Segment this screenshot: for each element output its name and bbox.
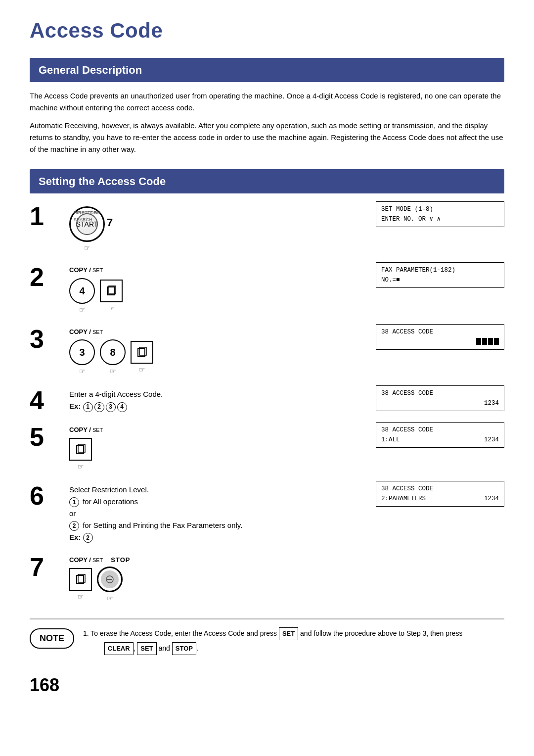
- general-description-header: General Description: [30, 58, 504, 82]
- step-1-number: 1: [30, 201, 64, 229]
- finger-icon-3b: ☞: [110, 366, 116, 377]
- step5-copy-btn[interactable]: [69, 438, 92, 461]
- note-clear-btn: CLEAR: [104, 642, 134, 655]
- step2-4-wrapper: 4 ☞: [69, 278, 95, 315]
- step-3-display: 38 ACCESS CODE: [376, 324, 504, 350]
- step-7-button-row: ☞ ☞: [69, 567, 504, 604]
- step-1-row: 1 DIRECTORYSEARCH FUNCTION START ☞: [30, 201, 504, 253]
- step-6-text: Select Restriction Level. 1 for All oper…: [69, 484, 376, 543]
- step1-dial-button[interactable]: DIRECTORYSEARCH FUNCTION START: [69, 206, 105, 242]
- step-3-display-line2: [381, 337, 499, 347]
- step3-3-wrapper: 3 ☞: [69, 339, 95, 377]
- step3-btn-3[interactable]: 3: [69, 339, 95, 365]
- step1-dial-wrapper: DIRECTORYSEARCH FUNCTION START ☞: [69, 206, 105, 253]
- note-badge: NOTE: [30, 628, 74, 649]
- copy-icon-5: [75, 444, 86, 455]
- step-6-display-line1: 38 ACCESS CODE: [381, 484, 499, 494]
- step-2-row: 2 COPY / SET 4 ☞ ☞: [30, 262, 504, 315]
- step-3-content: COPY / SET 3 ☞ 8 ☞ ☞: [64, 324, 376, 377]
- step-5-row: 5 COPY / SET ☞ 38 ACCESS CODE 1:ALL1234: [30, 422, 504, 472]
- step-2-content: COPY / SET 4 ☞ ☞: [64, 262, 376, 315]
- step-3-copyset-label: COPY / SET: [69, 327, 376, 337]
- step3-copy-btn[interactable]: [131, 341, 153, 364]
- steps-container: 1 DIRECTORYSEARCH FUNCTION START ☞: [30, 201, 504, 604]
- finger-icon-1a: ☞: [84, 243, 90, 253]
- page-number: 168: [30, 672, 504, 699]
- step-5-copyset-label: COPY / SET: [69, 425, 376, 435]
- setting-section-header: Setting the Access Code: [30, 169, 504, 193]
- general-description-section: General Description The Access Code prev…: [30, 58, 504, 155]
- step-2-display: FAX PARAMETER(1-182) NO.=■: [376, 262, 504, 288]
- step-4-display-line2: 1234: [381, 398, 499, 408]
- page-title: Access Code: [30, 15, 504, 46]
- step-2-button-row: 4 ☞ ☞: [69, 278, 376, 315]
- general-desc-para1: The Access Code prevents an unauthorized…: [30, 90, 504, 114]
- step-2-display-line1: FAX PARAMETER(1-182): [381, 265, 499, 275]
- general-desc-para2: Automatic Receiving, however, is always …: [30, 120, 504, 155]
- finger-icon-5a: ☞: [78, 462, 84, 472]
- step-1-display-line1: SET MODE (1-8): [381, 204, 499, 214]
- step-2-display-line2: NO.=■: [381, 275, 499, 285]
- step2-copy-btn[interactable]: [100, 280, 123, 302]
- step-5-display: 38 ACCESS CODE 1:ALL1234: [376, 422, 504, 448]
- note-stop-btn: STOP: [172, 642, 196, 655]
- step3-copy-wrapper: ☞: [131, 341, 153, 375]
- note-content: 1. To erase the Access Code, enter the A…: [83, 627, 463, 657]
- step-4-display: 38 ACCESS CODE 1234: [376, 385, 504, 411]
- finger-icon-3a: ☞: [79, 366, 86, 377]
- step-4-example: Ex: 1234: [69, 400, 376, 412]
- stop-btn-inner: [101, 570, 119, 588]
- step2-btn-4[interactable]: 4: [69, 278, 95, 304]
- copy-icon-3: [136, 347, 147, 358]
- step-6-option1: 1 for All operations: [69, 496, 376, 508]
- note-text-line2: CLEAR, SET and STOP.: [83, 642, 463, 655]
- step-4-content: Enter a 4-digit Access Code. Ex: 1234: [64, 385, 376, 412]
- step2-copy-wrapper: ☞: [100, 280, 123, 314]
- copy-icon: [106, 285, 117, 296]
- dial-label-function: FUNCTION: [78, 210, 101, 217]
- step-6-display: 38 ACCESS CODE 2:PARAMETERS1234: [376, 481, 504, 507]
- step-3-display-line1: 38 ACCESS CODE: [381, 327, 499, 337]
- step-7-labels: COPY / SET STOP: [69, 555, 504, 565]
- step3-8-wrapper: 8 ☞: [100, 339, 126, 377]
- step-4-display-line1: 38 ACCESS CODE: [381, 388, 499, 398]
- step-6-number: 6: [30, 481, 64, 509]
- step-7-content: COPY / SET STOP ☞: [64, 552, 504, 604]
- step-4-instruction: Enter a 4-digit Access Code.: [69, 388, 376, 400]
- note-set2-btn: SET: [137, 642, 156, 655]
- setting-section: Setting the Access Code 1 DIRECTORYSEARC…: [30, 169, 504, 604]
- step-6-row: 6 Select Restriction Level. 1 for All op…: [30, 481, 504, 543]
- note-section: NOTE 1. To erase the Access Code, enter …: [30, 618, 504, 657]
- copy-icon-7: [75, 574, 86, 585]
- step-7-row: 7 COPY / SET STOP ☞: [30, 552, 504, 604]
- step-5-number: 5: [30, 422, 64, 450]
- step-3-row: 3 COPY / SET 3 ☞ 8 ☞: [30, 324, 504, 377]
- step-1-display-line2: ENTER NO. OR ∨ ∧: [381, 214, 499, 224]
- step-1-content: DIRECTORYSEARCH FUNCTION START ☞ 7: [64, 201, 376, 253]
- step7-copy-btn[interactable]: [69, 568, 92, 591]
- step-3-number: 3: [30, 324, 64, 352]
- cursor-blocks: [476, 338, 499, 345]
- step-5-content: COPY / SET ☞: [64, 422, 376, 472]
- step7-stop-wrapper: ☞: [97, 567, 123, 604]
- step-6-display-line2: 2:PARAMETERS1234: [381, 494, 499, 504]
- step-5-display-line2: 1:ALL1234: [381, 435, 499, 445]
- stop-icon: [105, 575, 114, 584]
- finger-icon-7a: ☞: [78, 592, 84, 602]
- step3-btn-8[interactable]: 8: [100, 339, 126, 365]
- step7-stop-btn[interactable]: [97, 567, 123, 592]
- step7-copy-wrapper: ☞: [69, 568, 92, 602]
- step-2-number: 2: [30, 262, 64, 290]
- step-7-number: 7: [30, 552, 64, 580]
- step-1-buttons: DIRECTORYSEARCH FUNCTION START ☞ 7: [69, 206, 376, 253]
- step-3-button-row: 3 ☞ 8 ☞ ☞: [69, 339, 376, 377]
- finger-icon-3c: ☞: [139, 365, 145, 375]
- finger-icon-7b: ☞: [107, 593, 113, 604]
- note-text-line1: 1. To erase the Access Code, enter the A…: [83, 627, 463, 640]
- step-4-row: 4 Enter a 4-digit Access Code. Ex: 1234 …: [30, 385, 504, 413]
- step-4-text: Enter a 4-digit Access Code. Ex: 1234: [69, 388, 376, 412]
- step-6-option2: 2 for Setting and Printing the Fax Param…: [69, 520, 376, 531]
- step-6-content: Select Restriction Level. 1 for All oper…: [64, 481, 376, 543]
- step-6-example: Ex: 2: [69, 531, 376, 543]
- step-5-button-row: ☞: [69, 438, 376, 472]
